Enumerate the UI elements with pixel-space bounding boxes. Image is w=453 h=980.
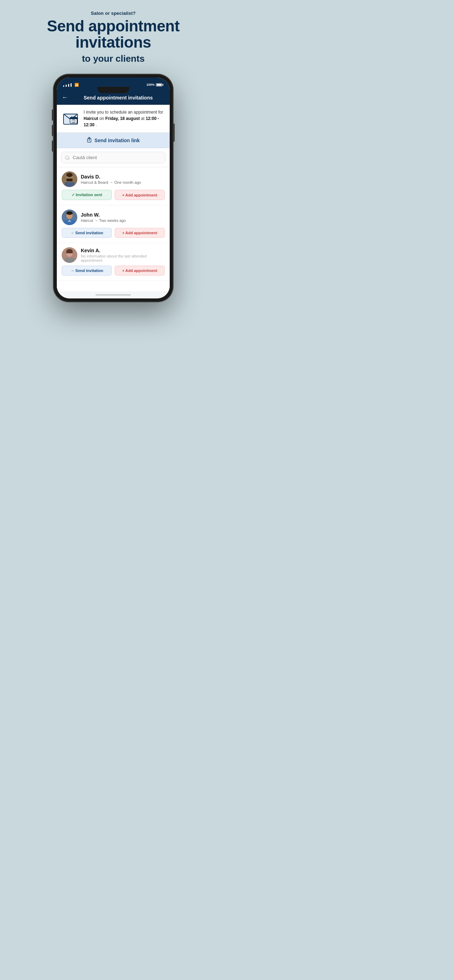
signal-area: 📶	[63, 83, 79, 87]
client-last-service: No information about the last attended a…	[81, 254, 165, 262]
client-info: Davis D. Haircut & Beard → One month ago	[81, 174, 165, 185]
svg-point-12	[66, 173, 73, 177]
invitation-preview: I invite you to schedule an appointment …	[57, 105, 170, 133]
client-info: John W. Haircut → Two weeks ago	[81, 212, 165, 223]
client-item: Davis D. Haircut & Beard → One month ago…	[57, 167, 170, 205]
phone-mockup: 📶 100% ← Send appointment invitations	[53, 74, 173, 302]
signal-bar-4	[71, 83, 72, 87]
back-button[interactable]: ←	[62, 94, 68, 101]
page-subtitle: Salon or specialist?	[91, 11, 136, 16]
signal-bar-1	[63, 85, 64, 87]
add-appointment-button[interactable]: + Add appointment	[114, 190, 165, 200]
battery-percentage: 100%	[146, 83, 154, 86]
home-bar	[95, 294, 131, 296]
add-appointment-button[interactable]: + Add appointment	[114, 266, 165, 275]
client-info: Kevin A. No information about the last a…	[81, 248, 165, 262]
avatar	[62, 210, 77, 225]
invitation-sent-button[interactable]: ✓ Invitation sent	[62, 190, 112, 200]
svg-rect-13	[66, 178, 73, 181]
wifi-icon: 📶	[75, 83, 79, 87]
client-item: John W. Haircut → Two weeks ago → Send i…	[57, 205, 170, 243]
client-name: John W.	[81, 212, 165, 218]
avatar-john	[62, 210, 77, 225]
svg-rect-27	[65, 258, 75, 263]
send-invitation-link-button[interactable]: Send invitation link	[57, 133, 170, 148]
client-row: John W. Haircut → Two weeks ago	[62, 210, 165, 225]
page-title: Send appointment invitations	[7, 18, 219, 51]
invite-icon	[62, 110, 79, 126]
phone-screen: 📶 100% ← Send appointment invitations	[57, 78, 170, 298]
send-invitation-link-label: Send invitation link	[95, 138, 140, 143]
home-indicator	[57, 291, 170, 298]
svg-rect-26	[66, 251, 73, 253]
phone-notch	[97, 87, 129, 93]
invite-prefix: I invite you to schedule an appointment …	[84, 110, 163, 115]
bottom-space	[57, 281, 170, 291]
client-item: Kevin A. No information about the last a…	[57, 243, 170, 281]
client-actions: → Send invitation + Add appointment	[62, 228, 165, 238]
app-content: I invite you to schedule an appointment …	[57, 105, 170, 291]
client-row: Davis D. Haircut & Beard → One month ago	[62, 172, 165, 187]
page-tagline: to your clients	[82, 53, 145, 64]
client-name: Davis D.	[81, 174, 165, 180]
invite-time-prefix: at	[141, 116, 146, 121]
avatar-davis	[62, 172, 77, 187]
client-actions: → Send invitation + Add appointment	[62, 266, 165, 275]
svg-point-20	[66, 211, 73, 215]
invite-message-text: I invite you to schedule an appointment …	[84, 109, 165, 128]
signal-bar-3	[68, 84, 69, 87]
invite-suffix: .	[95, 123, 97, 127]
avatar-kevin	[62, 247, 77, 263]
send-invitation-button[interactable]: → Send invitation	[62, 228, 112, 238]
search-input[interactable]	[61, 152, 165, 163]
avatar	[62, 247, 77, 263]
battery-area: 100%	[146, 83, 163, 86]
svg-rect-2	[70, 118, 77, 119]
add-appointment-button[interactable]: + Add appointment	[114, 228, 165, 238]
send-invitation-button[interactable]: → Send invitation	[62, 266, 112, 275]
client-list: Davis D. Haircut & Beard → One month ago…	[57, 167, 170, 281]
signal-bar-2	[66, 85, 67, 87]
invite-date-prefix: on	[100, 116, 105, 121]
invite-date: Friday, 18 august	[105, 116, 140, 121]
client-last-service: Haircut & Beard → One month ago	[81, 180, 165, 185]
client-last-service: Haircut → Two weeks ago	[81, 218, 165, 223]
svg-rect-14	[65, 182, 75, 187]
invite-service: Haircut	[84, 116, 98, 121]
share-icon	[87, 137, 92, 143]
client-name: Kevin A.	[81, 248, 165, 253]
battery-icon	[156, 83, 163, 86]
app-header-title: Send appointment invitations	[72, 95, 165, 100]
search-section	[57, 148, 170, 167]
avatar	[62, 172, 77, 187]
client-actions: ✓ Invitation sent + Add appointment	[62, 190, 165, 200]
client-row: Kevin A. No information about the last a…	[62, 247, 165, 263]
invite-icon-wrap	[62, 109, 79, 127]
